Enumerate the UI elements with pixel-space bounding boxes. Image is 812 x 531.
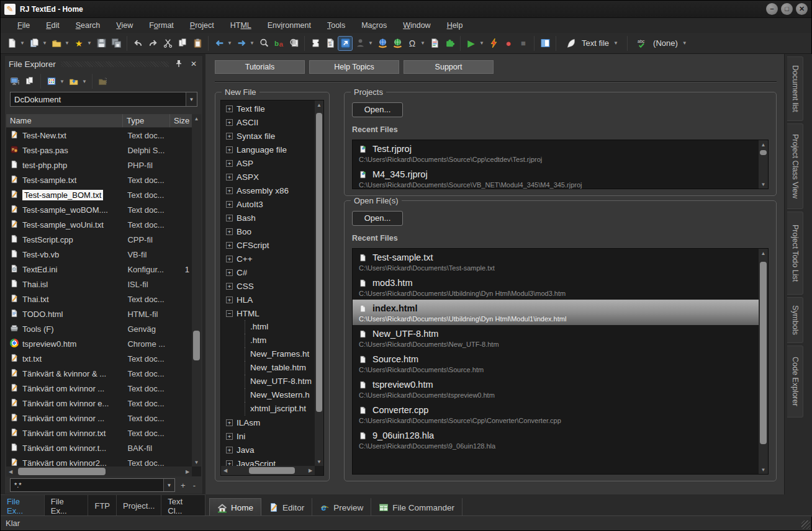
file-row[interactable]: Tänkvärt om kvinnor.txtText doc...	[6, 426, 192, 440]
file-row[interactable]: Test-sample.txtText doc...	[6, 172, 192, 187]
scroll-down-icon[interactable]: ▼	[315, 457, 323, 466]
tree-item[interactable]: +HLA	[221, 293, 315, 306]
minimize-button[interactable]: –	[766, 3, 778, 15]
recent-file-item[interactable]: M4_345.rjprojC:\Users\Rickard\Documents\…	[353, 166, 759, 189]
scroll-right-icon[interactable]: ▶	[306, 468, 315, 473]
file-row[interactable]: TextEd.iniKonfigur...1	[6, 262, 192, 277]
quill-icon[interactable]	[564, 37, 577, 50]
file-row[interactable]: Tänkvärt om kvinnor.t...BAK-fil	[6, 440, 192, 455]
recent-file-item[interactable]: mod3.htmC:\Users\Rickard\Documents\Utbil…	[353, 274, 759, 300]
cut-icon[interactable]	[161, 37, 174, 50]
menu-help[interactable]: Help	[439, 18, 471, 33]
menu-edit[interactable]: Edit	[38, 18, 68, 33]
chevron-down-icon[interactable]: ▼	[368, 37, 374, 50]
expand-icon[interactable]: +	[226, 105, 233, 112]
recent-file-item[interactable]: Converter.cppC:\Users\Rickard\Documents\…	[353, 401, 759, 427]
expand-icon[interactable]: +	[226, 242, 233, 249]
expand-icon[interactable]: +	[226, 297, 233, 303]
file-row[interactable]: Tänkvärt om kvinnor ...Text doc...	[6, 411, 192, 426]
side-tab-project-todo-list[interactable]: Project Todo List	[787, 212, 803, 295]
title-bar[interactable]: ✎ RJ TextEd - Home – □ ✕	[1, 1, 811, 18]
chevron-down-icon[interactable]: ▼	[227, 37, 233, 50]
expand-icon[interactable]: +	[226, 160, 233, 167]
tree-item[interactable]: +Syntax file	[221, 129, 315, 143]
expand-icon[interactable]: +	[226, 433, 233, 440]
menu-format[interactable]: Format	[141, 18, 182, 33]
scroll-down-icon[interactable]: ▼	[759, 180, 768, 189]
file-row[interactable]: Tänkvärt om kvinnor e...Text doc...	[6, 396, 192, 411]
menu-html[interactable]: HTML	[222, 18, 259, 33]
view-tab-preview[interactable]: ePreview	[312, 498, 371, 517]
chevron-down-icon[interactable]: ▼	[81, 74, 88, 88]
syntax-selector[interactable]: Text file▼	[559, 37, 624, 50]
open-folder-icon[interactable]	[50, 37, 63, 50]
debug-icon[interactable]	[487, 37, 500, 50]
projects-scrollbar[interactable]: ▲ ▼	[759, 140, 768, 189]
recent-file-item[interactable]: 9_06uin128.hlaC:\Users\Rickard\Documents…	[353, 427, 759, 452]
scroll-up-icon[interactable]: ▲	[315, 100, 323, 109]
file-row[interactable]: Test-sample_woBOM....Text doc...	[6, 202, 192, 217]
support-button[interactable]: Support	[404, 60, 494, 74]
chevron-down-icon[interactable]: ▼	[479, 37, 485, 50]
column-header-type[interactable]: Type	[123, 114, 170, 127]
file-row[interactable]: Test-sample_woUni.txtText doc...	[6, 217, 192, 232]
collapse-icon[interactable]: −	[226, 310, 233, 317]
tree-item[interactable]: +Language file	[221, 143, 315, 156]
filter-add-button[interactable]: +	[179, 481, 187, 490]
menu-macros[interactable]: Macros	[353, 18, 395, 33]
expand-icon[interactable]: +	[226, 228, 233, 235]
menu-view[interactable]: View	[108, 18, 141, 33]
tree-item[interactable]: +ASCII	[221, 115, 315, 129]
scroll-down-icon[interactable]: ▼	[192, 458, 201, 466]
binary-view-icon[interactable]: 0110	[323, 37, 337, 50]
tree-item[interactable]: +Java	[221, 443, 315, 457]
dock-tab-1[interactable]: File Ex...	[45, 495, 89, 517]
help-topics-button[interactable]: Help Topics	[309, 60, 399, 74]
tree-item[interactable]: +Ini	[221, 429, 315, 443]
chevron-down-icon[interactable]: ▼	[186, 92, 197, 106]
expand-icon[interactable]: +	[226, 174, 233, 181]
plugin-icon[interactable]	[443, 37, 456, 50]
tree-item[interactable]: +Assembly x86	[221, 184, 315, 197]
file-row[interactable]: Test-sample_BOM.txtText doc...	[6, 187, 192, 202]
open-file-icon[interactable]	[27, 37, 41, 50]
favorites-star-icon[interactable]: ★	[72, 37, 86, 50]
tutorials-button[interactable]: Tutorials	[215, 60, 305, 74]
forward-icon[interactable]	[235, 37, 248, 50]
sync-site-blue-icon[interactable]	[376, 37, 389, 50]
tree-item[interactable]: +ASPX	[221, 170, 315, 184]
chevron-down-icon[interactable]: ▼	[163, 479, 174, 491]
file-row[interactable]: TestScript.cppCPP-fil	[6, 232, 192, 247]
side-tab-project-class-view[interactable]: Project Class View	[787, 123, 803, 209]
menu-window[interactable]: Window	[395, 18, 438, 33]
file-list-vertical-scrollbar[interactable]: ▲ ▼	[192, 114, 201, 466]
menu-environment[interactable]: Environment	[259, 18, 319, 33]
menu-tools[interactable]: Tools	[319, 18, 353, 33]
tree-item[interactable]: +C++	[221, 252, 315, 266]
file-row[interactable]: Thai.islISL-fil	[6, 277, 192, 292]
paste-icon[interactable]	[191, 37, 204, 50]
recent-file-item[interactable]: Test-sample.txtC:\Users\Rickard\Document…	[353, 249, 759, 274]
spell-icon[interactable]: abc	[635, 37, 649, 50]
column-header-name[interactable]: Name	[6, 114, 123, 127]
tree-item[interactable]: −HTML	[221, 306, 315, 320]
chevron-down-icon[interactable]: ▼	[64, 37, 70, 50]
menu-search[interactable]: Search	[68, 18, 109, 33]
tree-item[interactable]: +Text file	[221, 102, 315, 115]
spellcheck-selector[interactable]: abc(None)▼	[631, 37, 693, 50]
stamp-icon[interactable]	[353, 37, 367, 50]
tree-item[interactable]: .htm	[221, 334, 315, 347]
chevron-down-icon[interactable]: ▼	[420, 37, 426, 50]
tree-item[interactable]: +CFScript	[221, 238, 315, 252]
file-row[interactable]: Thai.txtText doc...	[6, 292, 192, 306]
computer-icon[interactable]	[8, 74, 22, 88]
open-in-browser-icon[interactable]	[338, 37, 352, 50]
file-explorer-header[interactable]: File Explorer ✕	[5, 56, 202, 72]
panel-drag-grip[interactable]	[61, 61, 169, 67]
search-icon[interactable]	[257, 37, 271, 50]
expand-icon[interactable]: +	[226, 187, 233, 194]
expand-icon[interactable]: +	[226, 419, 233, 426]
tree-item[interactable]: +CSS	[221, 279, 315, 293]
file-row[interactable]: Tänkvärt & kvinnor & ...Text doc...	[6, 366, 192, 381]
tree-item[interactable]: +ASP	[221, 156, 315, 170]
